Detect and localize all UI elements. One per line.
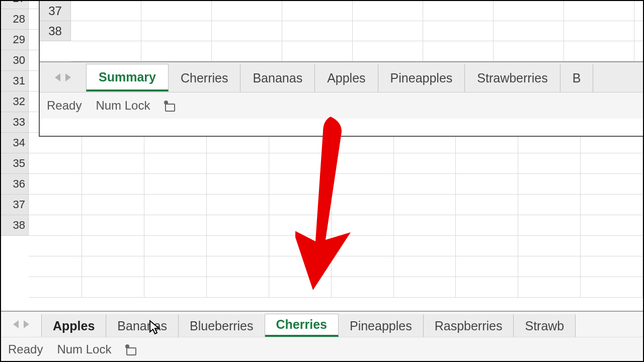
tab-apples[interactable]: Apples — [41, 314, 106, 337]
main-row-headers: 27 28 29 30 31 32 33 34 35 36 37 38 — [1, 0, 29, 236]
sheet-scroll-left-icon[interactable] — [55, 73, 60, 81]
row-header[interactable]: 35 — [1, 153, 29, 174]
row-header[interactable]: 30 — [1, 50, 29, 71]
row-header[interactable]: 34 — [1, 133, 29, 153]
macro-record-icon[interactable] — [164, 101, 174, 111]
row-header[interactable]: 38 — [40, 21, 71, 41]
sheet-scroll-right-icon[interactable] — [65, 73, 71, 81]
inset-sheet-tabstrip: Summary Cherries Bananas Apples Pineappl… — [40, 61, 643, 93]
tab-blueberries[interactable]: Blueberries — [179, 314, 265, 337]
sheet-nav-arrows — [40, 73, 86, 81]
row-header[interactable]: 31 — [1, 71, 29, 92]
status-numlock: Num Lock — [57, 342, 111, 356]
status-ready: Ready — [47, 99, 82, 113]
sheet-scroll-right-icon[interactable] — [24, 320, 29, 328]
status-ready: Ready — [8, 342, 43, 356]
tab-pineapples[interactable]: Pineapples — [378, 64, 465, 92]
main-sheet-tabstrip: Apples Bananas Blueberries Cherries Pine… — [1, 311, 643, 337]
tab-cherries[interactable]: Cherries — [265, 314, 339, 337]
macro-record-icon[interactable] — [125, 344, 135, 354]
row-header[interactable]: 32 — [1, 92, 29, 112]
row-header[interactable]: 37 — [1, 195, 29, 215]
tab-cherries[interactable]: Cherries — [169, 64, 240, 92]
tab-bananas[interactable]: Bananas — [240, 64, 315, 92]
row-header[interactable]: 37 — [40, 1, 71, 21]
row-header[interactable]: 36 — [1, 174, 29, 195]
main-status-bar: Ready Num Lock — [1, 337, 643, 361]
tab-strawberries-cut[interactable]: Strawb — [514, 314, 576, 337]
sheet-scroll-left-icon[interactable] — [13, 320, 19, 328]
inset-row-headers: 36 37 38 — [40, 0, 71, 41]
tab-summary[interactable]: Summary — [86, 64, 169, 92]
tab-bananas[interactable]: Bananas — [106, 314, 179, 337]
tab-pineapples[interactable]: Pineapples — [339, 314, 424, 337]
inset-status-bar: Ready Num Lock — [40, 93, 643, 119]
tab-raspberries[interactable]: Raspberries — [424, 314, 514, 337]
inset-workbook-window: 36 37 38 Summary Cherries Bananas Apples… — [39, 0, 643, 137]
row-header[interactable]: 33 — [1, 112, 29, 133]
inset-tabs: Summary Cherries Bananas Apples Pineappl… — [86, 64, 643, 92]
main-tabs: Apples Bananas Blueberries Cherries Pine… — [41, 314, 643, 337]
sheet-nav-arrows — [1, 320, 41, 328]
tab-b-cut[interactable]: B — [560, 64, 594, 92]
tab-apples[interactable]: Apples — [315, 64, 378, 92]
inset-grid[interactable] — [71, 0, 643, 61]
status-numlock: Num Lock — [96, 99, 150, 113]
row-header[interactable]: 28 — [1, 9, 29, 30]
row-header[interactable]: 27 — [1, 0, 29, 9]
row-header[interactable]: 38 — [1, 215, 29, 236]
row-header[interactable]: 29 — [1, 30, 29, 50]
tab-strawberries[interactable]: Strawberries — [465, 64, 560, 92]
